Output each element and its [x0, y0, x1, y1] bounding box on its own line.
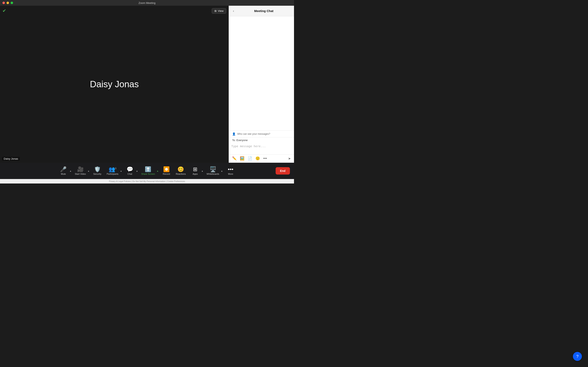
participants-arrow[interactable]: ▲: [120, 170, 122, 172]
toolbar: 🎤 Mute ▲ 🎥 Start Video ▲ 🛡️ Security 👥1 …: [0, 163, 294, 179]
share-screen-button[interactable]: ⬆️ Share Screen: [139, 165, 157, 176]
apps-button[interactable]: ⊞ Apps: [189, 165, 202, 176]
security-badge: ✔: [2, 8, 6, 13]
apps-arrow[interactable]: ▲: [201, 170, 204, 172]
chat-collapse-button[interactable]: ‹: [232, 8, 235, 14]
reactions-icon: 😊: [177, 167, 184, 172]
main-content: ✔ ⊞ View Daisy Jonas Daisy Jonas ‹ Meeti…: [0, 6, 294, 163]
participants-button[interactable]: 👥1 Participants: [105, 165, 121, 176]
video-label: Start Video: [75, 173, 86, 175]
participant-name: Daisy Jonas: [90, 79, 139, 89]
participants-group: 👥1 Participants ▲: [105, 165, 122, 176]
chat-toolbar: ✏️ 🖼️ 📄 🙂 ••• ➤: [229, 154, 294, 163]
more-options-icon[interactable]: •••: [262, 156, 268, 161]
share-arrow[interactable]: ▲: [156, 170, 159, 172]
video-area: ✔ ⊞ View Daisy Jonas Daisy Jonas: [0, 6, 229, 163]
whiteboards-icon: 🖥️: [210, 167, 216, 172]
format-icon[interactable]: ✏️: [231, 155, 237, 161]
video-bottom-label: Daisy Jonas: [2, 157, 20, 161]
chat-arrow[interactable]: ▲: [136, 170, 138, 172]
chat-to-row: To: Everyone: [229, 137, 294, 142]
video-arrow[interactable]: ▲: [87, 170, 90, 172]
apps-icon: ⊞: [193, 167, 198, 172]
chat-input-container: [229, 142, 294, 154]
share-screen-icon: ⬆️: [145, 167, 151, 172]
privacy-text: Who can see your messages?: [237, 133, 270, 135]
chat-group: 💬 Chat ▲: [123, 165, 138, 176]
apps-label: Apps: [192, 173, 198, 175]
record-label: Record: [163, 173, 170, 175]
title-bar: Zoom Meeting: [0, 0, 294, 6]
mute-group: 🎤 Mute ▲: [57, 165, 72, 176]
privacy-icon: 👤: [232, 132, 236, 136]
chat-label: Chat: [127, 173, 132, 175]
chat-input[interactable]: [231, 144, 292, 152]
send-icon[interactable]: ➤: [287, 156, 292, 161]
more-icon: •••: [228, 167, 233, 172]
chat-button[interactable]: 💬 Chat: [123, 165, 136, 176]
traffic-lights: [2, 2, 13, 4]
share-screen-group: ⬆️ Share Screen ▲: [139, 165, 159, 176]
whiteboards-button[interactable]: 🖥️ Whiteboards: [205, 165, 221, 176]
whiteboards-arrow[interactable]: ▲: [221, 170, 223, 172]
mute-label: Mute: [61, 173, 66, 175]
file-icon[interactable]: 📄: [247, 155, 253, 161]
reactions-button[interactable]: 😊 Reactions: [174, 165, 188, 176]
whiteboards-group: 🖥️ Whiteboards ▲: [205, 165, 223, 176]
reactions-label: Reactions: [176, 173, 186, 175]
more-button[interactable]: ••• More: [224, 165, 237, 176]
image-icon[interactable]: 🖼️: [239, 155, 245, 161]
view-label: View: [218, 9, 224, 12]
chat-to-label: To: Everyone: [232, 139, 248, 142]
chat-messages-area: [229, 16, 294, 131]
more-label: More: [228, 173, 233, 175]
close-button[interactable]: [2, 2, 5, 4]
chat-privacy-row[interactable]: 👤 Who can see your messages?: [229, 131, 294, 137]
security-icon: 🛡️: [94, 167, 101, 172]
minimize-button[interactable]: [7, 2, 9, 4]
chat-icon: 💬: [127, 167, 133, 172]
view-button[interactable]: ⊞ View: [212, 8, 226, 14]
video-group: 🎥 Start Video ▲: [73, 165, 90, 176]
app-title: Zoom Meeting: [138, 1, 155, 4]
security-label: Security: [93, 173, 102, 175]
security-button[interactable]: 🛡️ Security: [91, 165, 104, 176]
record-icon: ⏺️: [163, 167, 170, 172]
whiteboards-label: Whiteboards: [207, 173, 219, 175]
chat-title: Meeting Chat: [237, 9, 291, 13]
chat-header: ‹ Meeting Chat: [229, 6, 294, 16]
emoji-icon[interactable]: 🙂: [255, 155, 261, 161]
footer-text: Privacy & Legal Policies | Do Not Sell M…: [109, 180, 185, 183]
mute-arrow[interactable]: ▲: [69, 170, 72, 172]
share-screen-label: Share Screen: [141, 173, 155, 175]
end-button[interactable]: End: [276, 167, 290, 175]
start-video-button[interactable]: 🎥 Start Video: [73, 165, 88, 176]
footer-privacy: Privacy & Legal Policies | Do Not Sell M…: [0, 179, 294, 184]
chat-panel: ‹ Meeting Chat 👤 Who can see your messag…: [229, 6, 294, 163]
more-group: ••• More: [224, 165, 237, 176]
record-button[interactable]: ⏺️ Record: [160, 165, 173, 176]
mute-icon: 🎤: [60, 167, 67, 172]
maximize-button[interactable]: [11, 2, 13, 4]
apps-group: ⊞ Apps ▲: [189, 165, 204, 176]
participants-icon: 👥1: [109, 167, 116, 172]
participant-count: 1: [115, 167, 116, 169]
mute-button[interactable]: 🎤 Mute: [57, 165, 70, 176]
video-icon: 🎥: [77, 167, 84, 172]
view-icon: ⊞: [214, 9, 217, 12]
participants-label: Participants: [107, 173, 118, 175]
